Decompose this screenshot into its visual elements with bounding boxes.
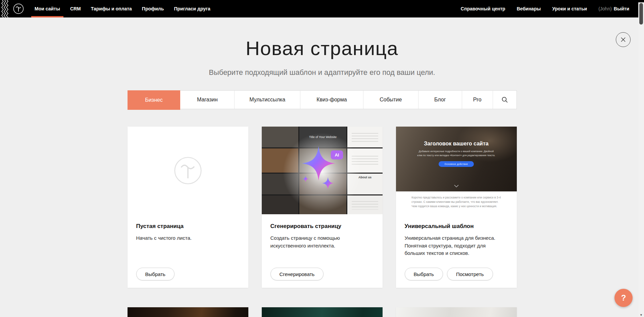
template-preview xyxy=(128,307,248,317)
primary-nav: Мои сайты CRM Тарифы и оплата Профиль Пр… xyxy=(30,0,215,17)
template-preview xyxy=(262,307,383,317)
preview-hero-subtitle: Добавьте интересные подробности о вашей … xyxy=(416,149,496,157)
secondary-nav: Справочный центр Вебинары Уроки и статьи… xyxy=(461,6,629,11)
search-icon xyxy=(501,96,508,103)
template-preview xyxy=(396,307,517,317)
scrollbar[interactable]: ▼ xyxy=(638,0,644,317)
ai-generate-preview: Title of Your Website About us xyxy=(262,127,383,214)
nav-item-lessons[interactable]: Уроки и статьи xyxy=(552,6,587,11)
help-button[interactable]: ? xyxy=(614,289,633,307)
ai-sparkle-icon: AI xyxy=(293,142,351,196)
tab-multilink[interactable]: Мультиссылка xyxy=(235,91,300,109)
blank-page-preview xyxy=(128,127,248,214)
nav-item-crm[interactable]: CRM xyxy=(65,0,86,17)
generate-button[interactable]: Сгенерировать xyxy=(270,268,324,280)
ai-badge: AI xyxy=(331,150,343,159)
preview-hero-title: Заголовок вашего сайта xyxy=(424,141,488,147)
user-session: (John) Выйти xyxy=(598,6,629,11)
view-template-button[interactable]: Посмотреть xyxy=(447,268,493,280)
tab-quiz-form[interactable]: Квиз-форма xyxy=(300,91,363,109)
card-title: Сгенерировать страницу xyxy=(270,223,374,230)
preview-body-text: Коротко представьтесь и расскажите о ком… xyxy=(411,195,501,214)
preview-body-section: Коротко представьтесь и расскажите о ком… xyxy=(396,191,517,214)
card-generate-page[interactable]: Title of Your Website About us xyxy=(262,127,383,288)
zigzag-pattern-icon xyxy=(0,0,9,17)
preview-hero-cta-button: Основное действие xyxy=(439,161,474,167)
card-title: Универсальный шаблон xyxy=(405,223,508,230)
scrollbar-corner xyxy=(638,0,644,2)
card-title: Пустая страница xyxy=(136,223,240,230)
card-blank-page[interactable]: Пустая страница Начать с чистого листа. … xyxy=(128,127,248,288)
close-button[interactable] xyxy=(616,32,631,47)
nav-item-profile[interactable]: Профиль xyxy=(137,0,169,17)
nav-item-my-sites[interactable]: Мои сайты xyxy=(30,0,65,17)
tab-shop[interactable]: Магазин xyxy=(180,91,235,109)
topbar: Мои сайты CRM Тарифы и оплата Профиль Пр… xyxy=(0,0,644,17)
tab-event[interactable]: Событие xyxy=(363,91,418,109)
page-head: Новая страница Выберите подходящий шабло… xyxy=(0,37,644,77)
card-partial-2[interactable] xyxy=(262,307,383,317)
card-description: Создать страницу с помощью искусственног… xyxy=(270,234,371,250)
svg-text:AI: AI xyxy=(335,152,339,157)
page-subtitle: Выберите подходящий шаблон и адаптируйте… xyxy=(0,68,644,77)
close-icon xyxy=(621,37,626,42)
nav-item-invite-friend[interactable]: Пригласи друга xyxy=(169,0,215,17)
user-name-label: (John) xyxy=(598,6,612,11)
nav-item-help-center[interactable]: Справочный центр xyxy=(461,6,505,11)
nav-item-tariffs[interactable]: Тарифы и оплата xyxy=(86,0,137,17)
template-preview-hero: Заголовок вашего сайта Добавьте интересн… xyxy=(396,127,517,191)
scrollbar-thumb[interactable] xyxy=(639,3,643,25)
card-partial-3[interactable] xyxy=(396,307,517,317)
logout-link[interactable]: Выйти xyxy=(614,6,629,11)
choose-template-button[interactable]: Выбрать xyxy=(405,268,443,280)
tilda-logo-icon[interactable] xyxy=(13,3,24,14)
template-preview: Заголовок вашего сайта Добавьте интересн… xyxy=(396,127,517,214)
nav-item-webinars[interactable]: Вебинары xyxy=(517,6,541,11)
scroll-down-arrow[interactable]: ▼ xyxy=(638,313,644,317)
card-universal-template[interactable]: Заголовок вашего сайта Добавьте интересн… xyxy=(396,127,517,288)
page-title: Новая страница xyxy=(0,37,644,59)
tab-pro[interactable]: Pro xyxy=(462,91,493,109)
template-category-tabs: Бизнес Магазин Мультиссылка Квиз-форма С… xyxy=(128,90,517,109)
card-partial-1[interactable] xyxy=(128,307,248,317)
card-description: Начать с чистого листа. xyxy=(136,234,237,242)
tab-search[interactable] xyxy=(493,91,516,109)
tab-blog[interactable]: Блог xyxy=(418,91,462,109)
choose-blank-button[interactable]: Выбрать xyxy=(136,268,175,280)
template-cards-grid: Пустая страница Начать с чистого листа. … xyxy=(128,127,517,317)
card-description: Универсальная страница для бизнеса. Поня… xyxy=(405,234,505,257)
chevron-down-icon xyxy=(454,183,459,189)
tab-business[interactable]: Бизнес xyxy=(128,90,181,110)
tilda-logo-watermark-icon xyxy=(172,155,203,186)
